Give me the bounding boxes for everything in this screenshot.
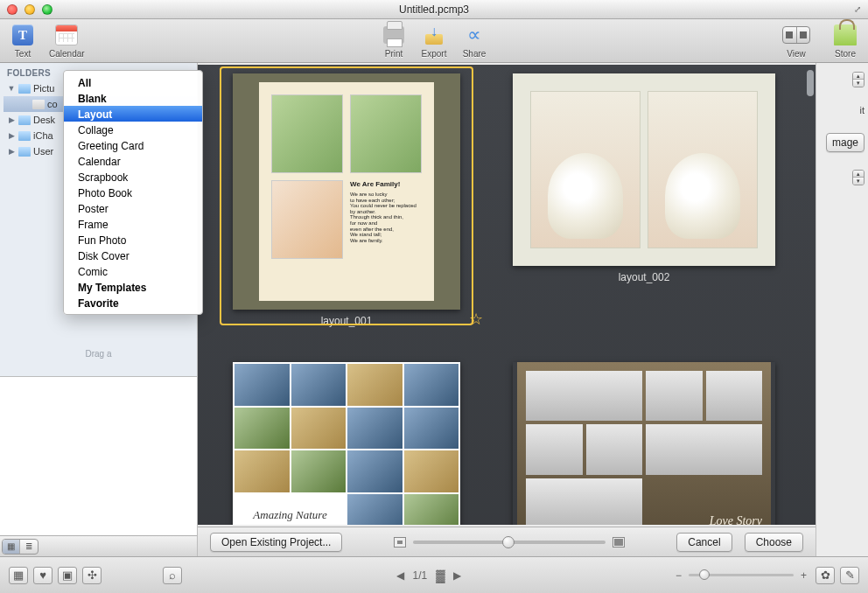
category-item-disk-cover[interactable]: Disk Cover <box>64 248 202 263</box>
category-item-comic[interactable]: Comic <box>64 263 202 279</box>
text-tool[interactable]: TText <box>9 23 37 59</box>
open-existing-button[interactable]: Open Existing Project... <box>210 533 342 552</box>
favorites-icon[interactable]: ♥ <box>33 567 52 584</box>
close-window-button[interactable] <box>7 4 18 15</box>
sidebar-view-toggle[interactable]: ▦ ≣ <box>2 539 38 555</box>
template-thumb-layout-002[interactable]: layout_002 <box>513 73 775 327</box>
minimize-window-button[interactable] <box>24 4 35 15</box>
share-icon: ∝ <box>467 24 481 46</box>
large-thumb-icon <box>612 537 625 548</box>
category-dropdown[interactable]: AllBlankLayoutCollageGreeting CardCalend… <box>63 70 203 315</box>
sidebar-preview-pane: ▦ ≣ <box>0 376 197 556</box>
category-item-collage[interactable]: Collage <box>64 122 202 137</box>
template-thumb-layout-004[interactable]: Love Story <box>513 362 775 525</box>
print-button[interactable]: Print <box>380 23 408 59</box>
canvas-icon[interactable]: ▦ <box>9 567 28 584</box>
category-item-greeting-card[interactable]: Greeting Card <box>64 137 202 153</box>
image-button[interactable]: mage <box>826 133 864 152</box>
template-gallery[interactable]: We Are Family! We are so lucky to have e… <box>198 65 816 525</box>
category-item-frame[interactable]: Frame <box>64 216 202 232</box>
canvas-zoom-slider[interactable]: − + <box>676 569 807 582</box>
choose-button[interactable]: Choose <box>745 533 803 552</box>
category-item-calendar[interactable]: Calendar <box>64 153 202 169</box>
toolbar: TText Calendar Print Export ∝Share View … <box>0 19 868 63</box>
zoom-window-button[interactable] <box>42 4 52 15</box>
window-title: Untitled.pcmp3 <box>0 3 868 16</box>
export-button[interactable]: Export <box>420 23 448 59</box>
export-icon <box>424 25 444 45</box>
category-item-my-templates[interactable]: My Templates <box>64 279 202 295</box>
grid-view-icon[interactable]: ▦ <box>3 540 20 554</box>
folder-icon <box>18 115 31 125</box>
category-item-layout[interactable]: Layout <box>64 106 202 122</box>
calendar-icon <box>55 24 78 45</box>
titlebar: Untitled.pcmp3 ⤢ <box>0 0 868 19</box>
page-navigator: ◀ 1/1 ▓ ▶ <box>396 569 462 583</box>
calendar-tool[interactable]: Calendar <box>49 23 85 59</box>
template-chooser-modal: We Are Family! We are so lucky to have e… <box>198 63 816 556</box>
thumbnail-size-slider[interactable] <box>354 537 664 548</box>
edit-layout-icon[interactable]: ✎ <box>840 567 859 584</box>
next-page-icon[interactable]: ▶ <box>453 569 461 582</box>
category-item-favorite[interactable]: Favorite <box>64 295 202 310</box>
folder-icon <box>18 84 31 94</box>
favorite-star-icon[interactable]: ☆ <box>469 310 483 329</box>
category-item-photo-book[interactable]: Photo Book <box>64 185 202 200</box>
view-switcher[interactable]: View <box>782 23 810 59</box>
drag-hint: Drag a <box>0 349 197 359</box>
category-item-blank[interactable]: Blank <box>64 90 202 106</box>
cancel-button[interactable]: Cancel <box>676 533 732 552</box>
zoom-fit-icon[interactable]: ⌕ <box>163 567 182 584</box>
shopping-bag-icon <box>834 24 857 45</box>
folder-icon <box>18 147 31 157</box>
placeholder-photo <box>271 94 343 173</box>
placeholder-photo <box>271 180 343 259</box>
printer-icon <box>383 26 404 44</box>
placeholder-photo <box>350 94 422 173</box>
page-indicator: 1/1 <box>413 569 428 582</box>
fullscreen-icon[interactable]: ⤢ <box>854 4 861 14</box>
size-stepper[interactable]: ▴▾ <box>852 72 864 87</box>
opacity-stepper[interactable]: ▴▾ <box>852 170 864 185</box>
category-item-poster[interactable]: Poster <box>64 200 202 216</box>
effects-icon[interactable]: ✣ <box>82 567 102 584</box>
category-item-scrapbook[interactable]: Scrapbook <box>64 169 202 185</box>
zoom-in-icon[interactable]: + <box>801 569 807 582</box>
list-view-icon[interactable]: ≣ <box>20 540 38 554</box>
inspector-panel-partial: ▴▾ it mage ▴▾ <box>816 63 868 556</box>
zoom-out-icon[interactable]: − <box>676 569 682 582</box>
app-bottom-bar: ▦ ♥ ▣ ✣ ⌕ ◀ 1/1 ▓ ▶ − + ✿ ✎ <box>0 556 868 593</box>
template-text: We Are Family! We are so lucky to have e… <box>350 180 422 259</box>
settings-icon[interactable]: ✿ <box>816 567 835 584</box>
share-button[interactable]: ∝Share <box>460 23 488 59</box>
folder-icon <box>32 100 45 109</box>
store-button[interactable]: Store <box>831 23 859 59</box>
category-item-fun-photo[interactable]: Fun Photo <box>64 232 202 248</box>
template-thumb-layout-001[interactable]: We Are Family! We are so lucky to have e… <box>215 73 478 327</box>
modal-footer: Open Existing Project... Cancel Choose <box>198 527 816 556</box>
prev-page-icon[interactable]: ◀ <box>396 569 404 582</box>
folder-icon <box>18 131 31 141</box>
thumb-label: layout_002 <box>619 271 670 283</box>
template-thumb-layout-003[interactable]: Amazing Nature <box>215 362 478 525</box>
small-thumb-icon <box>394 537 406 548</box>
crop-icon[interactable]: ▣ <box>58 567 77 584</box>
category-item-all[interactable]: All <box>64 74 202 90</box>
thumb-label: layout_001 <box>321 315 373 327</box>
pages-icon[interactable]: ▓ <box>436 569 444 583</box>
